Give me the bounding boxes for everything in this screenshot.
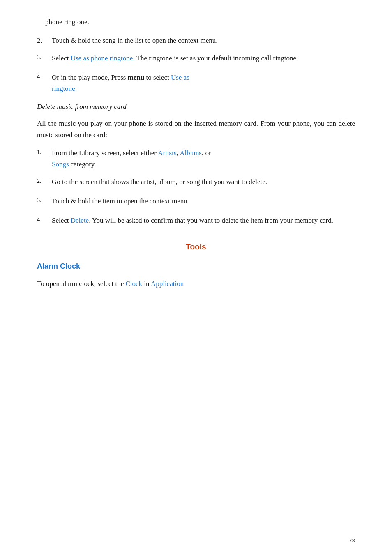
alarm-clock-heading-text: Alarm Clock: [37, 262, 80, 270]
list2-item-3: 3. Touch & hold the item to open the con…: [37, 196, 355, 208]
list2-item1-prefix: From the Library screen, select either: [52, 149, 158, 157]
paragraph1-text: All the music you play on your phone is …: [37, 120, 355, 139]
list2-item1-suffix: category.: [69, 160, 96, 168]
item2-text: Touch & hold the song in the list to ope…: [52, 37, 217, 44]
final-paragraph: To open alarm clock, select the Clock in…: [37, 278, 355, 290]
item4-prefix: Or in the play mode, Press: [52, 74, 128, 81]
list2-item-4: 4. Select Delete. You will be asked to c…: [37, 215, 355, 228]
list2-item4-content: Select Delete. You will be asked to conf…: [52, 215, 355, 228]
final-para-link-application[interactable]: Application: [151, 280, 184, 288]
item2-number: 2.: [37, 35, 52, 46]
page: phone ringtone. 2. Touch & hold the song…: [0, 0, 392, 555]
list2-item3-content: Touch & hold the item to open the contex…: [52, 196, 355, 208]
page-number: 78: [349, 537, 355, 545]
section-heading-delete: Delete music from memory card: [37, 101, 355, 112]
list2-item1-link-artists[interactable]: Artists: [158, 149, 176, 157]
item4-link1[interactable]: Use as: [171, 74, 189, 81]
list2-item4-sup: 4.: [37, 216, 42, 223]
list2-item-2: 2. Go to the screen that shows the artis…: [37, 176, 355, 189]
intro-content: phone ringtone.: [45, 18, 89, 26]
tools-heading-text: Tools: [186, 242, 206, 251]
list2-item4-suffix: . You will be asked to confirm that you …: [89, 216, 333, 224]
paragraph-delete: All the music you play on your phone is …: [37, 118, 355, 141]
item3-suffix: The ringtone is set as your default inco…: [135, 54, 298, 62]
final-para-prefix: To open alarm clock, select the: [37, 280, 125, 288]
list2-item1-content: From the Library screen, select either A…: [52, 147, 355, 170]
alarm-clock-heading: Alarm Clock: [37, 260, 355, 272]
list2-item1-link-songs[interactable]: Songs: [52, 160, 69, 168]
list2-item1-sup: 1.: [37, 149, 42, 155]
item2-content: Touch & hold the song in the list to ope…: [52, 35, 355, 46]
list2-item4-prefix: Select: [52, 216, 71, 224]
item3-link[interactable]: Use as phone ringtone.: [71, 54, 135, 62]
list2-item3-sup: 3.: [37, 197, 42, 203]
item3-number: 3.: [37, 53, 52, 65]
list2-item3-text: Touch & hold the item to open the contex…: [52, 197, 189, 205]
item4-link2[interactable]: ringtone.: [52, 85, 77, 92]
list-item-2: 2. Touch & hold the song in the list to …: [37, 35, 355, 46]
item4-number: 4.: [37, 72, 52, 94]
final-para-link-clock[interactable]: Clock: [125, 280, 142, 288]
list2-item2-content: Go to the screen that shows the artist, …: [52, 176, 355, 189]
item4-bold: menu: [128, 74, 145, 81]
list2-item-1: 1. From the Library screen, select eithe…: [37, 147, 355, 170]
list2-item1-link-albums[interactable]: Albums: [180, 149, 202, 157]
list2-item2-text: Go to the screen that shows the artist, …: [52, 178, 267, 186]
item3-sup: 3.: [37, 54, 42, 60]
tools-heading: Tools: [37, 241, 355, 253]
final-para-middle: in: [142, 280, 151, 288]
item3-prefix: Select: [52, 54, 71, 62]
section-italic-text: Delete music from memory card: [37, 103, 127, 111]
list2-item2-sup: 2.: [37, 177, 42, 184]
list2-item2-number: 2.: [37, 176, 52, 189]
list2-item1-or: , or: [202, 149, 211, 157]
item4-content: Or in the play mode, Press menu to selec…: [52, 72, 355, 94]
list2-item4-number: 4.: [37, 215, 52, 228]
item3-content: Select Use as phone ringtone. The ringto…: [52, 53, 355, 65]
list-item-3: 3. Select Use as phone ringtone. The rin…: [37, 53, 355, 65]
list2-item1-number: 1.: [37, 147, 52, 170]
page-number-text: 78: [349, 537, 355, 543]
item4-middle: to select: [144, 74, 171, 81]
list2-item1-comma: ,: [177, 149, 180, 157]
intro-text: phone ringtone.: [37, 16, 355, 28]
list-item-4: 4. Or in the play mode, Press menu to se…: [37, 72, 355, 94]
list2-item3-number: 3.: [37, 196, 52, 208]
item4-sup: 4.: [37, 73, 42, 80]
list2-item4-link-delete[interactable]: Delete: [71, 216, 89, 224]
